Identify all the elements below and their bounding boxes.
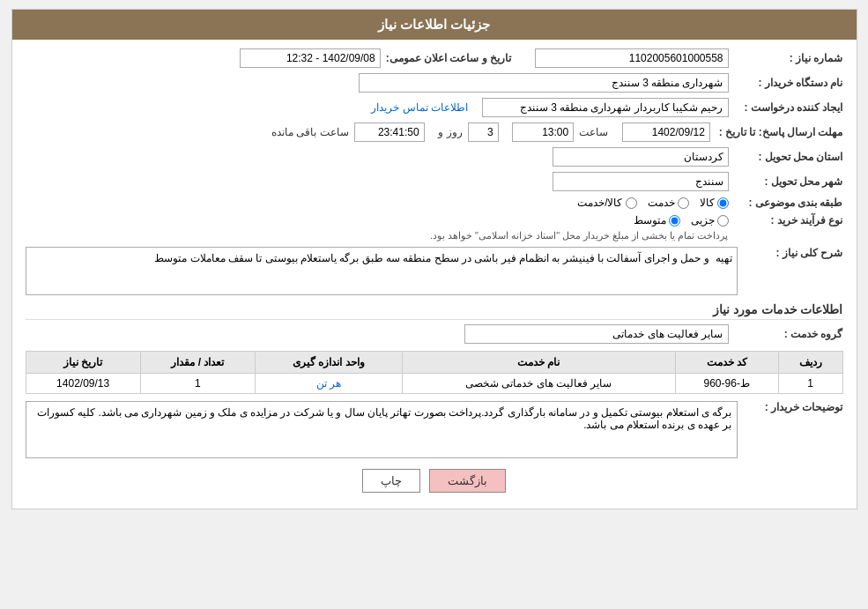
nam-dastgah-label: نام دستگاه خریدار : (738, 77, 843, 89)
mohlat-label: مهلت ارسال پاسخ: تا تاریخ : (719, 126, 843, 138)
nam-dastgah-input[interactable] (359, 73, 729, 93)
rooz-label: روز و (438, 126, 462, 138)
jozi-label: جزیی (691, 214, 715, 227)
cell-tedad: 1 (140, 374, 255, 394)
tabaqe-radio-khedmat[interactable]: خدمت (648, 197, 689, 209)
khadamat-table: ردیف کد خدمت نام خدمت واحد اندازه گیری ت… (26, 351, 843, 394)
cell-kod: ط-96-960 (675, 374, 778, 394)
farayand-description: پرداخت تمام یا بخشی از مبلغ خریدار محل "… (430, 230, 729, 241)
shahr-label: شهر محل تحویل : (738, 175, 843, 188)
ostan-input[interactable] (553, 147, 729, 167)
cell-radif: 1 (778, 374, 842, 394)
tarikh-input[interactable] (240, 48, 381, 68)
shomare-niaz-label: شماره نیاز : (738, 52, 843, 64)
khadamat-section-title: اطلاعات خدمات مورد نیاز (26, 302, 843, 320)
col-radif: ردیف (778, 352, 842, 374)
sharh-textarea[interactable]: تهیه و حمل و اجرای آسفالت با فینیشر به ا… (26, 247, 738, 295)
baqi-label: ساعت باقی مانده (271, 126, 349, 138)
tabaqe-radio-kala-khedmat[interactable]: کالا/خدمت (577, 197, 636, 209)
mohlat-rooz-input[interactable] (468, 123, 499, 142)
col-tedad: تعداد / مقدار (140, 352, 255, 374)
saat-label: ساعت (579, 126, 608, 138)
cell-nam: سایر فعالیت های خدماتی شخصی (402, 374, 675, 394)
tarikh-label: تاریخ و ساعت اعلان عمومی: (386, 52, 511, 64)
shahr-input[interactable] (553, 172, 729, 191)
khadamat-table-section: ردیف کد خدمت نام خدمت واحد اندازه گیری ت… (26, 351, 843, 394)
mohlat-date-input[interactable] (622, 123, 710, 142)
now-farayand-label: نوع فرآیند خرید : (738, 214, 843, 227)
goroh-input[interactable] (464, 324, 729, 344)
cell-vahed[interactable]: هر تن (255, 374, 402, 394)
now-jozi[interactable]: جزیی (691, 214, 729, 227)
buttons-row: بازگشت چاپ (26, 469, 843, 493)
ostan-label: استان محل تحویل : (738, 151, 843, 163)
print-button[interactable]: چاپ (362, 469, 420, 493)
table-row: 1 ط-96-960 سایر فعالیت های خدماتی شخصی ه… (26, 374, 842, 394)
tabaqe-khedmat-label: خدمت (648, 197, 675, 209)
now-farayand-radio-group: جزیی متوسط (430, 214, 729, 227)
tabaqe-radio-kala[interactable]: کالا (700, 197, 729, 209)
tabaqe-radio-group: کالا خدمت کالا/خدمت (577, 197, 728, 209)
goroh-label: گروه خدمت : (738, 328, 843, 340)
now-motawaset[interactable]: متوسط (634, 214, 680, 227)
motawaset-label: متوسط (634, 214, 666, 227)
back-button[interactable]: بازگشت (429, 469, 506, 493)
ijad-konande-label: ایجاد کننده درخواست : (738, 101, 843, 114)
sharh-label: شرح کلی نیاز : (746, 247, 843, 259)
mohlat-baqi-input[interactable] (354, 123, 425, 142)
col-kod: کد خدمت (675, 352, 778, 374)
ijad-konande-input[interactable] (482, 98, 729, 117)
tabaqe-kala-khedmat-label: کالا/خدمت (577, 197, 622, 209)
col-vahed: واحد اندازه گیری (255, 352, 402, 374)
col-nam: نام خدمت (402, 352, 675, 374)
col-tarikh: تاریخ نیاز (26, 352, 140, 374)
page-header: جزئیات اطلاعات نیاز (12, 10, 857, 40)
cell-tarikh: 1402/09/13 (26, 374, 140, 394)
tawsiyeh-textarea[interactable]: برگه ی استعلام بیوستی تکمیل و در سامانه … (26, 401, 738, 458)
tawsiyeh-label: توضیحات خریدار : (746, 401, 843, 413)
tabaqe-kala-label: کالا (700, 197, 715, 209)
mohlat-saat-input[interactable] (512, 123, 574, 142)
tabaqe-label: طبقه بندی موضوعی : (738, 197, 843, 209)
shomare-niaz-input[interactable] (535, 48, 729, 68)
ettelaat-tamas-link[interactable]: اطلاعات تماس خریدار (371, 101, 468, 114)
page-title: جزئیات اطلاعات نیاز (378, 17, 490, 32)
